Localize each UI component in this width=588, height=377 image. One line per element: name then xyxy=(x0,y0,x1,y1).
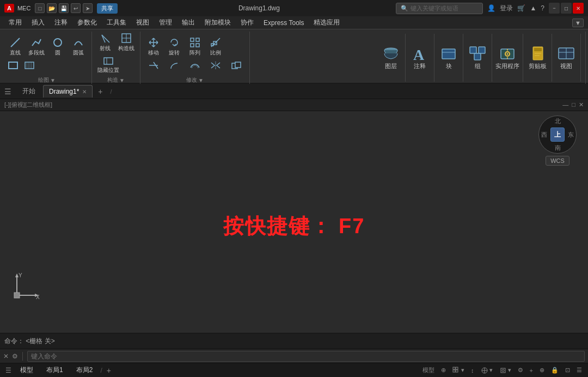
trim-icon xyxy=(148,61,159,70)
tool-array[interactable]: 阵列 xyxy=(185,36,205,58)
drawing-area[interactable]: [-][俯视][二维线框] — □ ✕ 按快捷键： F7 北 南 东 西 上 xyxy=(0,99,588,347)
tool-arc[interactable]: 圆弧 xyxy=(69,36,88,58)
doc-tab-add[interactable]: + xyxy=(95,86,106,97)
status-add-layout[interactable]: + xyxy=(105,366,113,375)
tool-hatch[interactable] xyxy=(22,60,37,71)
new-btn[interactable]: □ xyxy=(35,3,45,13)
svg-rect-31 xyxy=(470,47,476,53)
ribbon-group-label-drawing: 绘图 ▼ xyxy=(38,76,56,84)
tool-move[interactable]: 移动 xyxy=(144,36,163,58)
close-button[interactable]: ✕ xyxy=(573,3,584,14)
tool-rect[interactable] xyxy=(5,60,21,71)
title-right-icons: 👤 登录 🛒 ▲ ? xyxy=(487,4,544,13)
status-tab-layout1[interactable]: 布局1 xyxy=(41,364,69,376)
triangle-icon[interactable]: ▲ xyxy=(530,4,536,12)
maximize-button[interactable]: □ xyxy=(561,3,572,14)
doc-tab-start[interactable]: 开始 xyxy=(17,84,41,98)
tool-scale[interactable]: 比例 xyxy=(206,36,225,58)
search-box[interactable]: 🔍 键入关键字或短语 xyxy=(396,3,483,14)
menu-item-charu[interactable]: 插入 xyxy=(27,17,49,28)
drawing-close-btn[interactable]: ✕ xyxy=(579,101,584,108)
tool-offset[interactable] xyxy=(185,60,205,71)
menu-item-canshuhua[interactable]: 参数化 xyxy=(73,17,101,28)
ribbon-tools-drawing: 直线 多段线 圆 圆弧 xyxy=(5,32,88,75)
status-plus-btn[interactable]: + xyxy=(528,367,535,374)
tool-polyline[interactable]: 多段线 xyxy=(26,36,47,58)
tool-line[interactable]: 直线 xyxy=(5,36,25,58)
status-viewport-btn[interactable]: ⊡ xyxy=(564,367,572,374)
minimize-button[interactable]: － xyxy=(549,3,560,14)
toolbar-quick-buttons: □ 📂 💾 ↩ ➤ xyxy=(35,3,93,13)
open-btn[interactable]: 📂 xyxy=(47,3,57,13)
custom-btn[interactable]: ▼ xyxy=(572,19,584,27)
tool-copy[interactable] xyxy=(226,60,246,71)
ray-icon xyxy=(100,33,111,44)
tool-mirror[interactable] xyxy=(206,60,225,71)
tool-rotate[interactable]: 旋转 xyxy=(164,36,184,58)
cmd-sep xyxy=(22,352,23,361)
large-btn-clipboard[interactable]: 剪贴板 xyxy=(524,32,550,84)
menu-item-zhushi[interactable]: 注释 xyxy=(50,17,72,28)
doc-tab-close[interactable]: ✕ xyxy=(82,89,87,95)
save-btn[interactable]: 💾 xyxy=(59,3,69,13)
command-input[interactable] xyxy=(27,351,585,362)
doc-tab-drawing1[interactable]: Drawing1* ✕ xyxy=(43,85,93,98)
status-grid-btn[interactable]: ▾ xyxy=(451,367,466,374)
send-btn[interactable]: ➤ xyxy=(83,3,93,13)
menu-item-fujia[interactable]: 附加模块 xyxy=(200,17,235,28)
status-tab-model[interactable]: 模型 xyxy=(15,364,39,376)
large-btn-block[interactable]: 块 xyxy=(436,32,462,84)
tool-hide[interactable]: 隐藏位置 xyxy=(95,56,121,75)
status-settings-btn[interactable]: ⚙ xyxy=(516,367,525,374)
large-btn-annotation[interactable]: A 注释 xyxy=(407,32,433,84)
compass-center: 上 xyxy=(550,127,565,142)
utility-icon xyxy=(499,46,516,61)
status-menu-icon[interactable]: ☰ xyxy=(4,367,13,374)
menu-item-shuchu[interactable]: 输出 xyxy=(177,17,199,28)
tool-extend[interactable] xyxy=(164,60,184,71)
menu-item-jingxuanyingyong[interactable]: 精选应用 xyxy=(309,17,344,28)
menu-item-expresstools[interactable]: Express Tools xyxy=(259,18,308,28)
tool-trim[interactable] xyxy=(144,60,163,71)
scale-icon xyxy=(210,37,221,48)
svg-rect-29 xyxy=(442,49,455,59)
status-ortho-btn[interactable]: ↕ xyxy=(469,367,476,374)
menu-item-hezuo[interactable]: 协作 xyxy=(236,17,258,28)
ribbon: 直线 多段线 圆 圆弧 xyxy=(0,29,588,84)
menu-item-guanli[interactable]: 管理 xyxy=(155,17,176,28)
status-lock-btn[interactable]: 🔒 xyxy=(549,367,560,374)
compass-circle: 北 南 东 西 上 xyxy=(538,115,577,154)
large-btn-utility[interactable]: 实用程序 xyxy=(493,32,522,84)
large-btn-layer[interactable]: 图层 xyxy=(378,32,404,84)
tool-ray[interactable]: 射线 xyxy=(95,32,115,53)
status-tab-layout2[interactable]: 布局2 xyxy=(71,364,99,376)
menu-item-changyong[interactable]: 常用 xyxy=(4,17,26,28)
status-polar-btn[interactable]: ▾ xyxy=(479,367,494,374)
ribbon-group-construction: 射线 构造线 xyxy=(92,32,140,84)
menu-item-shitu[interactable]: 视图 xyxy=(132,17,154,28)
status-osnap-btn[interactable]: ▾ xyxy=(498,367,513,374)
cart-icon[interactable]: 🛒 xyxy=(517,4,525,12)
login-label[interactable]: 登录 xyxy=(500,4,513,13)
menu-item-gongjuji[interactable]: 工具集 xyxy=(102,17,131,28)
status-snap-btn[interactable]: ⊕ xyxy=(439,367,448,374)
wcs-label[interactable]: WCS xyxy=(546,156,569,166)
drawing-max-btn[interactable]: □ xyxy=(572,101,575,108)
drawing-min-btn[interactable]: — xyxy=(562,101,568,108)
compass[interactable]: 北 南 东 西 上 WCS xyxy=(536,115,579,181)
command-output: 命令： <栅格 关> xyxy=(0,333,588,349)
large-btn-group[interactable]: 组 xyxy=(464,32,491,84)
ribbon-tools-construction: 射线 构造线 xyxy=(95,32,137,75)
tool-construct[interactable]: 构造线 xyxy=(116,32,137,53)
share-button[interactable]: 共享 xyxy=(97,3,118,14)
tool-circle[interactable]: 圆 xyxy=(48,36,68,58)
status-annotation-btn[interactable]: ⊕ xyxy=(538,367,546,374)
status-workspace-btn[interactable]: ☰ xyxy=(575,367,584,374)
undo-btn[interactable]: ↩ xyxy=(71,3,81,13)
cmd-tools-icon[interactable]: ⚙ xyxy=(12,352,18,360)
large-btn-view[interactable]: 视图 xyxy=(553,32,579,84)
main-shortcut-text: 按快捷键： F7 xyxy=(223,212,365,240)
cmd-close-icon[interactable]: ✕ xyxy=(3,352,9,360)
tabs-hamburger[interactable]: ☰ xyxy=(4,87,11,96)
help-icon[interactable]: ? xyxy=(541,4,544,12)
